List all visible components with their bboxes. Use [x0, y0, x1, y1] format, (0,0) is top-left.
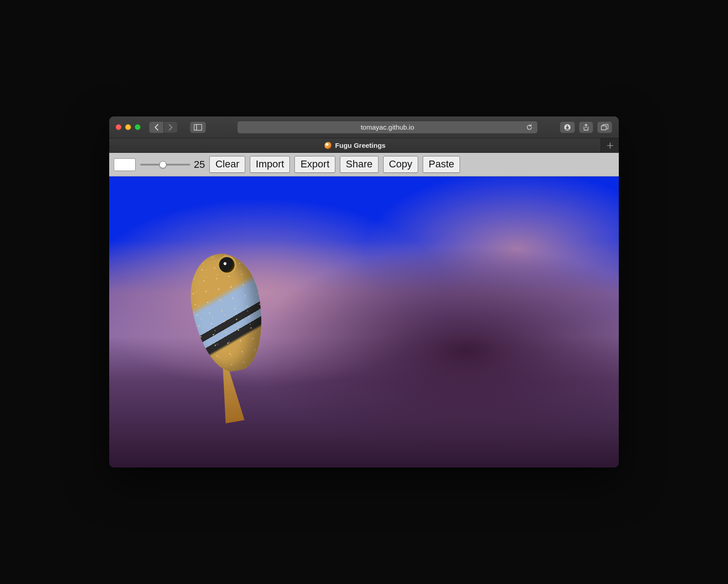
slider-thumb[interactable]: [159, 161, 167, 168]
tab-active[interactable]: Fugu Greetings: [109, 138, 601, 152]
address-bar-text: tomayac.github.io: [361, 123, 415, 131]
close-window-button[interactable]: [116, 124, 121, 130]
chevron-left-icon: [154, 124, 159, 131]
brush-size-control: 25: [140, 159, 205, 171]
tabs-icon: [601, 124, 608, 131]
share-app-button[interactable]: Share: [340, 156, 379, 172]
browser-window: tomayac.github.io: [109, 116, 619, 468]
svg-rect-0: [194, 124, 202, 130]
fugu-fish-image: [164, 238, 286, 416]
nav-forward-button[interactable]: [163, 121, 178, 133]
zoom-window-button[interactable]: [135, 124, 141, 130]
share-button[interactable]: [579, 121, 593, 133]
reload-icon: [526, 124, 533, 131]
brush-size-value: 25: [194, 159, 205, 171]
nav-back-button[interactable]: [149, 121, 163, 133]
fugu-favicon-icon: [324, 142, 332, 149]
import-button[interactable]: Import: [250, 156, 290, 172]
export-button[interactable]: Export: [294, 156, 335, 172]
titlebar: tomayac.github.io: [109, 116, 619, 138]
brush-size-slider[interactable]: [140, 164, 190, 166]
download-icon: [564, 124, 571, 131]
new-tab-button[interactable]: [601, 138, 619, 152]
window-controls: [116, 124, 141, 130]
copy-button[interactable]: Copy: [383, 156, 418, 172]
app-toolbar: 25 Clear Import Export Share Copy Paste: [109, 153, 619, 176]
tab-strip: Fugu Greetings: [109, 138, 619, 153]
sidebar-toggle-button[interactable]: [190, 121, 206, 133]
tab-title: Fugu Greetings: [335, 141, 386, 149]
address-bar[interactable]: tomayac.github.io: [237, 121, 538, 134]
paste-button[interactable]: Paste: [423, 156, 460, 172]
plus-icon: [607, 142, 613, 149]
clear-button[interactable]: Clear: [209, 156, 245, 172]
downloads-button[interactable]: [560, 121, 575, 133]
minimize-window-button[interactable]: [125, 124, 131, 130]
drawing-canvas[interactable]: [109, 176, 619, 468]
share-icon: [583, 124, 589, 131]
svg-rect-4: [602, 126, 607, 130]
chevron-right-icon: [168, 124, 173, 131]
tabs-overview-button[interactable]: [597, 121, 612, 133]
nav-back-forward: [149, 121, 178, 133]
sidebar-icon: [194, 124, 202, 131]
reload-button[interactable]: [526, 124, 533, 131]
color-swatch[interactable]: [114, 158, 136, 171]
